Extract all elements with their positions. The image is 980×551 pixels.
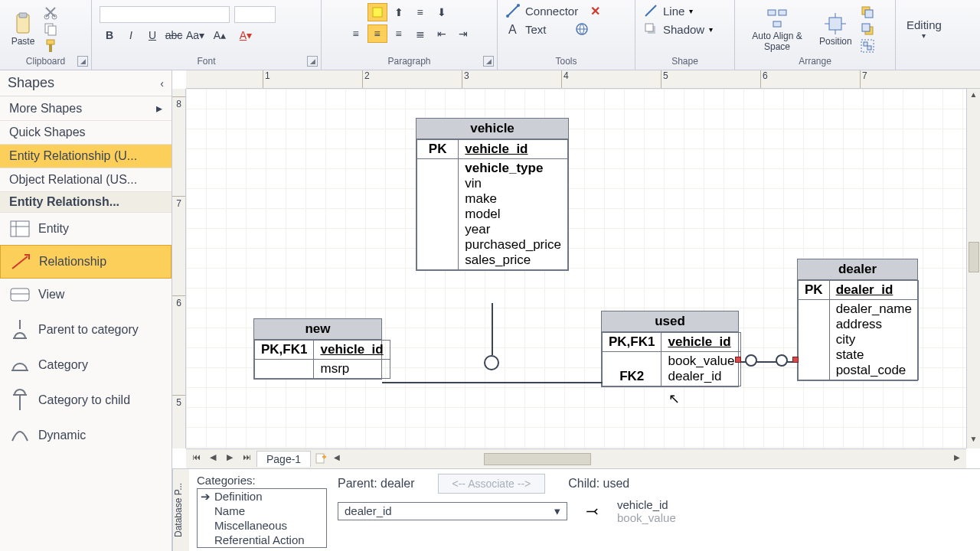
cat-definition[interactable]: Definition	[198, 489, 326, 504]
paragraph-group-label: Paragraph	[329, 54, 489, 70]
paste-button[interactable]: Paste	[8, 10, 38, 48]
entity-dealer[interactable]: dealer PKdealer_id dealer_name address c…	[797, 259, 918, 381]
align-left-button[interactable]: ≡	[346, 24, 366, 43]
collapse-icon[interactable]: ‹	[160, 77, 164, 90]
workspace: Shapes ‹ More Shapes▸ Quick Shapes Entit…	[0, 70, 980, 551]
stencil-entity[interactable]: Entity	[0, 213, 172, 245]
or-stencil-row[interactable]: Object Relational (US...	[0, 168, 172, 192]
connector-close-icon[interactable]: ✕	[590, 4, 600, 18]
globe-refresh-icon[interactable]	[574, 21, 590, 37]
line-menu[interactable]: Line▾	[643, 3, 693, 18]
svg-rect-14	[645, 24, 653, 31]
cat-misc[interactable]: Miscellaneous	[198, 518, 326, 533]
stencil-relationship[interactable]: Relationship	[0, 245, 172, 279]
last-page-icon[interactable]: ⏭	[240, 452, 253, 466]
cat-refaction[interactable]: Referential Action	[198, 533, 326, 547]
indent-increase-button[interactable]: ⇥	[453, 24, 473, 43]
underline-button[interactable]: U	[142, 26, 162, 44]
category-circle[interactable]	[484, 355, 499, 370]
shapes-pane: Shapes ‹ More Shapes▸ Quick Shapes Entit…	[0, 70, 172, 551]
stencil-category[interactable]: Category	[0, 349, 172, 381]
connector-vehicle-down[interactable]	[492, 303, 493, 355]
stencil-view[interactable]: View	[0, 279, 172, 311]
associate-button[interactable]: <-- Associate -->	[438, 474, 546, 494]
format-painter-icon[interactable]	[43, 38, 58, 54]
align-justify-button[interactable]: ≣	[410, 24, 430, 43]
bold-button[interactable]: B	[100, 26, 119, 44]
align-middle-button[interactable]: ≡	[410, 3, 430, 21]
highlight-button[interactable]	[368, 3, 387, 21]
editing-button[interactable]: Editing ▾	[903, 17, 945, 41]
vscroll-thumb[interactable]	[969, 242, 979, 272]
quick-shapes-row[interactable]: Quick Shapes	[0, 121, 172, 145]
new-page-icon[interactable]	[314, 452, 328, 466]
ribbon: Paste Clipboard ◢ B I U abc Aa▾ A▴	[0, 0, 980, 70]
align-bottom-button[interactable]: ⬇	[432, 3, 452, 21]
entity-vehicle[interactable]: vehicle PKvehicle_id vehicle_type vin ma…	[416, 118, 569, 271]
horizontal-ruler: 1 2 3 4 5 6 7	[186, 70, 980, 89]
er-stencil-row[interactable]: Entity Relationship (U...	[0, 145, 172, 168]
horizontal-scrollbar[interactable]: ◀ ▶	[331, 453, 963, 465]
entity-used[interactable]: used PK,FK1vehicle_id FK2 book_valuedeal…	[601, 311, 739, 387]
arrow-left-icon: ⤙	[586, 502, 599, 520]
copy-icon[interactable]	[43, 21, 58, 37]
send-back-icon[interactable]	[860, 21, 875, 37]
entity-new[interactable]: new PK,FK1vehicle_id msrp	[253, 318, 382, 380]
cut-icon[interactable]	[43, 5, 58, 20]
position-button[interactable]: Position	[816, 10, 855, 48]
first-page-icon[interactable]: ⏮	[189, 452, 203, 466]
scroll-left-icon[interactable]: ◀	[331, 453, 343, 465]
scroll-down-icon[interactable]: ▼	[968, 435, 980, 447]
scroll-up-icon[interactable]: ▲	[968, 90, 980, 103]
font-size-select[interactable]	[234, 6, 276, 23]
categories-list[interactable]: Definition Name Miscellaneous Referentia…	[197, 488, 327, 548]
hscroll-thumb[interactable]	[484, 453, 591, 465]
endpoint-handle-left[interactable]	[735, 357, 741, 363]
drawing-canvas[interactable]: vehicle PKvehicle_id vehicle_type vin ma…	[186, 89, 966, 448]
case-button[interactable]: Aa▾	[185, 26, 205, 44]
page-tab[interactable]: Page-1	[256, 451, 311, 467]
connector-h[interactable]	[382, 382, 603, 383]
shapes-header[interactable]: Shapes ‹	[0, 70, 172, 96]
text-tool-label[interactable]: Text	[525, 23, 547, 36]
stencil-items: Entity Relationship View Parent to categ…	[0, 213, 172, 452]
svg-rect-15	[768, 10, 776, 15]
vertical-scrollbar[interactable]: ▲ ▼	[966, 89, 980, 448]
font-group-label: Font	[100, 54, 313, 70]
parent-field-select[interactable]: dealer_id ▾	[338, 502, 567, 520]
shadow-menu[interactable]: Shadow▾	[643, 21, 713, 37]
font-launcher[interactable]: ◢	[307, 56, 318, 67]
connector-label[interactable]: Connector	[525, 5, 578, 18]
align-top-button[interactable]: ⬆	[389, 3, 409, 21]
stencil-parent-category[interactable]: Parent to category	[0, 311, 172, 349]
database-properties-panel: Database P... Categories: Definition Nam…	[172, 468, 980, 551]
scroll-right-icon[interactable]: ▶	[951, 453, 963, 465]
stencil-dynamic[interactable]: Dynamic	[0, 419, 172, 452]
group-editing: Editing ▾	[896, 0, 980, 70]
svg-rect-16	[779, 10, 786, 15]
prev-page-icon[interactable]: ◀	[206, 452, 220, 466]
dbp-tab[interactable]: Database P...	[172, 469, 189, 551]
stencil-title[interactable]: Entity Relationsh...	[0, 192, 172, 213]
categories-header: Categories:	[197, 474, 327, 488]
clipboard-launcher[interactable]: ◢	[77, 56, 88, 67]
auto-align-button[interactable]: Auto Align & Space	[743, 5, 812, 54]
font-color-button[interactable]: A▾	[234, 26, 257, 44]
group-icon[interactable]	[860, 38, 875, 54]
bring-front-icon[interactable]	[860, 5, 875, 20]
svg-rect-22	[862, 24, 870, 31]
font-family-select[interactable]	[100, 6, 230, 23]
next-page-icon[interactable]: ▶	[223, 452, 237, 466]
align-center-button[interactable]: ≡	[368, 24, 387, 43]
endpoint-handle-right[interactable]	[792, 357, 799, 363]
font-size-grow-icon[interactable]: A▴	[207, 26, 233, 44]
indent-decrease-button[interactable]: ⇤	[432, 24, 452, 43]
stencil-category-child[interactable]: Category to child	[0, 381, 172, 419]
more-shapes-row[interactable]: More Shapes▸	[0, 96, 172, 121]
cat-name[interactable]: Name	[198, 504, 326, 518]
auto-align-icon	[765, 6, 789, 31]
strike-button[interactable]: abc	[164, 26, 184, 44]
italic-button[interactable]: I	[121, 26, 141, 44]
paragraph-launcher[interactable]: ◢	[483, 56, 494, 67]
align-right-button[interactable]: ≡	[389, 24, 409, 43]
